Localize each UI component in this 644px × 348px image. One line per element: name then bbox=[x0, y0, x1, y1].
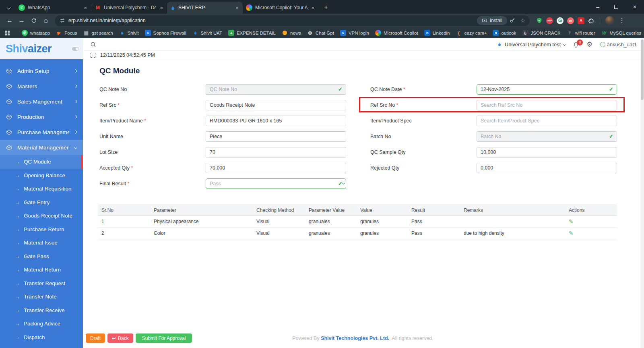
tab-close-icon[interactable]: × bbox=[83, 5, 88, 11]
back-button[interactable]: ← bbox=[4, 15, 15, 26]
sidebar-subitem-transfer-request[interactable]: →Transfer Request bbox=[0, 277, 83, 290]
sidebar-item-sales-management[interactable]: Sales Mangement bbox=[0, 94, 83, 109]
tab-microsoft-copilot[interactable]: Microsoft Copilot: Your AI comp × bbox=[243, 2, 318, 14]
sidebar-item-admin-setup[interactable]: Admin Setup bbox=[0, 63, 83, 79]
sidebar-subitem-transfer-receive[interactable]: →Transfer Receive bbox=[0, 304, 83, 317]
sidebar-subitem-gate-entry[interactable]: →Gate Entry bbox=[0, 196, 83, 209]
bookmark-sophos-firewall[interactable]: SSophos Firewall bbox=[145, 30, 186, 36]
page-scrollbar[interactable] bbox=[640, 38, 644, 348]
site-settings-icon[interactable] bbox=[60, 18, 65, 23]
address-bar[interactable]: erp.shivit.net.in/minierp/application In… bbox=[55, 15, 530, 26]
shield-extension-icon[interactable] bbox=[536, 17, 543, 24]
bookmark-microsoft-copilot[interactable]: Microsoft Copilot bbox=[375, 30, 418, 36]
url-text[interactable]: erp.shivit.net.in/minierp/application bbox=[68, 18, 477, 23]
apps-grid-icon[interactable] bbox=[5, 31, 10, 35]
accepted-qty-input[interactable] bbox=[206, 163, 346, 173]
sidebar-subitem-material-return[interactable]: →Material Return bbox=[0, 263, 83, 277]
bookmark-focus[interactable]: ▶Focus bbox=[56, 30, 77, 36]
sidebar-subitem-material-issue[interactable]: →Material Issue bbox=[0, 236, 83, 250]
company-selector[interactable]: Universal Polychem test bbox=[497, 41, 566, 48]
scrollbar-thumb[interactable] bbox=[641, 39, 644, 100]
bookmark-news[interactable]: news bbox=[282, 30, 301, 36]
form-footer: Draft ↩Back Submit For Approval Powered … bbox=[86, 334, 640, 343]
sidebar-subitem-packing-advice[interactable]: →Packing Advice bbox=[0, 317, 83, 331]
sidebar-subitem-transfer-note[interactable]: →Transfer Note bbox=[0, 290, 83, 304]
item-product-name-input[interactable] bbox=[206, 116, 346, 126]
item-product-spec-input[interactable] bbox=[477, 116, 617, 126]
home-button[interactable]: ⌂ bbox=[40, 15, 52, 26]
powered-link[interactable]: Shivit Technologies Pvt. Ltd. bbox=[321, 336, 389, 341]
qc-sample-qty-input[interactable] bbox=[477, 147, 617, 157]
bookmark-expense-detail[interactable]: +EXPENSE DETAIL bbox=[228, 30, 276, 36]
sidebar-subitem-goods-receipt-note[interactable]: →Goods Receipt Note bbox=[0, 209, 83, 223]
close-button[interactable]: × bbox=[625, 0, 644, 14]
sidebar-item-production[interactable]: Production bbox=[0, 109, 83, 124]
grid-icon: ▦ bbox=[83, 30, 89, 36]
password-key-icon[interactable] bbox=[507, 16, 518, 25]
notifications-button[interactable]: 0 bbox=[573, 41, 579, 48]
sidebar-subitem-opening-balance[interactable]: →Opening Balance bbox=[0, 169, 83, 182]
draft-button[interactable]: Draft bbox=[86, 334, 105, 343]
bookmark-gst-search[interactable]: ▦gst search bbox=[83, 30, 113, 36]
bookmark-star-icon[interactable]: ☆ bbox=[518, 16, 528, 25]
cell-parameter-value: granuales bbox=[305, 228, 357, 239]
tab-close-icon[interactable]: × bbox=[159, 5, 164, 11]
bookmark-shivit[interactable]: Shivit bbox=[119, 30, 139, 36]
extensions-puzzle-icon[interactable] bbox=[588, 17, 594, 24]
bookmark-linkedin[interactable]: inLinkedin bbox=[424, 30, 450, 36]
tab-search-button[interactable] bbox=[3, 2, 14, 12]
submit-for-approval-button[interactable]: Submit For Approval bbox=[136, 334, 192, 343]
sidebar-subitem-dispatch[interactable]: →Dispatch bbox=[0, 331, 83, 344]
cell-sr-no: 2 bbox=[98, 228, 150, 239]
bookmark-outlook[interactable]: ooutlook bbox=[493, 30, 516, 36]
search-icon[interactable] bbox=[90, 41, 96, 48]
bookmark-vpn-login[interactable]: SVPN login bbox=[340, 30, 369, 36]
tab-close-icon[interactable]: × bbox=[310, 5, 315, 11]
forward-button[interactable]: → bbox=[16, 15, 27, 26]
sidebar-subitem-purchase-return[interactable]: →Purchase Return bbox=[0, 223, 83, 236]
sidebar-subitem-gate-pass[interactable]: →Gate Pass bbox=[0, 250, 83, 263]
sidebar-subitem-label: Dispatch bbox=[24, 334, 45, 340]
sidebar-item-material-management[interactable]: Material Management bbox=[0, 140, 83, 155]
ref-src-input[interactable] bbox=[206, 100, 346, 110]
sidebar-subitem-qc-module[interactable]: →QC Module bbox=[0, 155, 83, 169]
install-button[interactable]: Install bbox=[477, 16, 507, 25]
adblock-plus-icon[interactable]: ABP bbox=[546, 17, 553, 24]
browser-menu-icon[interactable]: ⋮ bbox=[618, 17, 626, 24]
rejected-qty-input[interactable] bbox=[477, 163, 617, 173]
bookmark-chat-gpt[interactable]: ⊛Chat Gpt bbox=[307, 30, 334, 36]
bookmark-wifi-router[interactable]: wifi router bbox=[567, 30, 595, 36]
fullscreen-icon[interactable] bbox=[91, 53, 95, 58]
unit-name-input[interactable] bbox=[206, 131, 346, 142]
new-tab-button[interactable]: + bbox=[321, 2, 331, 12]
sidebar-collapse-toggle[interactable] bbox=[72, 47, 79, 51]
infinity-extension-icon[interactable]: ∞ bbox=[567, 17, 574, 24]
adobe-acrobat-icon[interactable]: A bbox=[578, 17, 584, 24]
restore-button[interactable] bbox=[607, 0, 625, 14]
settings-gear-icon[interactable]: ⚙ bbox=[586, 40, 592, 49]
tab-universal-polychem[interactable]: M Universal Polychem - Deliver Gl × bbox=[91, 2, 167, 14]
bookmark-shivit-uat[interactable]: Shivit UAT bbox=[192, 30, 222, 36]
tab-whatsapp[interactable]: ✆ WhatsApp × bbox=[15, 2, 91, 14]
user-menu[interactable]: ankush_uat1 bbox=[600, 41, 637, 48]
bookmark-whatsapp[interactable]: ✆whatsapp bbox=[22, 30, 50, 36]
grammarly-icon[interactable]: G bbox=[557, 17, 564, 24]
minimize-button[interactable]: – bbox=[588, 0, 607, 14]
sidebar-item-masters[interactable]: Masters bbox=[0, 79, 83, 94]
ref-src-no-input[interactable] bbox=[477, 100, 617, 110]
profile-avatar[interactable] bbox=[605, 16, 614, 25]
edit-pencil-icon[interactable]: ✎ bbox=[569, 218, 574, 225]
edit-pencil-icon[interactable]: ✎ bbox=[569, 230, 574, 236]
qc-note-date-input[interactable] bbox=[477, 84, 617, 95]
sidebar-subitem-material-requisition[interactable]: →Material Requisition bbox=[0, 182, 83, 196]
bookmark-mysql-queries[interactable]: WMySQL queries bbox=[601, 30, 642, 36]
bookmark-json-crack[interactable]: {}JSON CRACK bbox=[522, 30, 561, 36]
tab-shivit-erp[interactable]: SHIVIT ERP × bbox=[167, 2, 243, 14]
tab-close-icon[interactable]: × bbox=[235, 5, 239, 11]
sidebar-item-purchase-management[interactable]: Purchase Manageme... bbox=[0, 124, 83, 140]
bookmark-eazy-cam[interactable]: (eazy cam+ bbox=[456, 30, 487, 36]
lot-size-input[interactable] bbox=[206, 147, 346, 157]
back-button[interactable]: ↩Back bbox=[107, 334, 133, 343]
reload-button[interactable] bbox=[28, 15, 39, 26]
final-result-select[interactable] bbox=[206, 178, 346, 189]
